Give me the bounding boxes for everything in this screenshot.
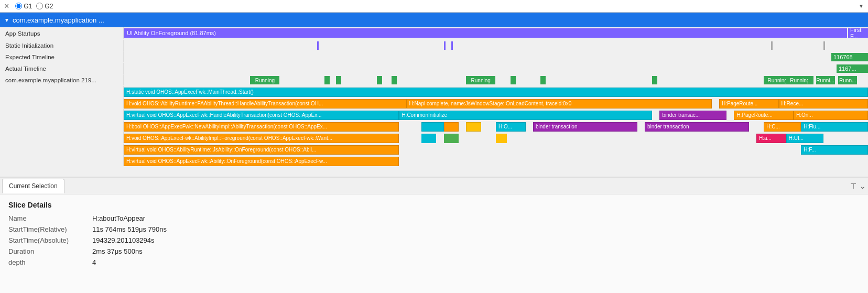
process-title: com.example.myapplication ... <box>13 16 104 24</box>
r-bar-4 <box>392 76 397 84</box>
running-bar-1[interactable]: Running <box>250 76 279 84</box>
flame-4-2[interactable]: binder transaction <box>533 122 637 132</box>
flame-4-small-3 <box>466 122 481 132</box>
flame-5-small-2 <box>444 134 459 143</box>
track-row-com-example: com.example.myapplication 219... Running… <box>0 74 868 86</box>
static-mark-1 <box>317 41 319 50</box>
bottom-panel: Current Selection ⊤ ⌄ Slice Details Name… <box>0 177 868 293</box>
thread-label-6 <box>0 144 124 155</box>
flame-3-3[interactable]: H:PageRoute... <box>734 111 794 120</box>
g1-radio-label[interactable]: G1 <box>15 3 32 10</box>
flame-2-2[interactable]: H:PageRoute... <box>719 99 779 108</box>
flame-3-4[interactable]: H:On... <box>794 111 868 120</box>
thread-label-5 <box>0 132 124 143</box>
flame-2-3[interactable]: H:Rece... <box>779 99 868 108</box>
running-bar-6[interactable]: Runn... <box>838 76 857 84</box>
field-label-duration: Duration <box>8 247 92 255</box>
thread-content-3[interactable]: H:virtual void OHOS::AppExecFwk::HandleA… <box>124 110 868 120</box>
flame-4-small-1 <box>421 122 444 132</box>
process-header[interactable]: ▼ com.example.myapplication ... <box>0 13 868 27</box>
thread-label-4 <box>0 121 124 132</box>
track-label-static-init: Static Initialization <box>0 40 124 51</box>
flame-6-0[interactable]: H:virtual void OHOS::AbilityRuntime::JsA… <box>124 145 399 155</box>
static-mark-2 <box>444 41 446 50</box>
filter-icon[interactable]: ⊤ <box>850 182 856 190</box>
slice-details-title: Slice Details <box>8 201 860 209</box>
r-bar-8 <box>808 76 813 84</box>
dropdown-arrow-icon[interactable]: ▼ <box>859 3 864 9</box>
flame-3-1[interactable]: H:CommonInitialize <box>399 111 652 120</box>
track-content-com-example[interactable]: Running Running Running Running Runni...… <box>124 74 868 85</box>
flame-4-3[interactable]: binder transaction <box>645 122 749 132</box>
r-bar-2 <box>336 76 341 84</box>
field-label-starttime-abs: StartTime(Absolute) <box>8 236 92 244</box>
app-startups-end-bar[interactable]: First F... <box>848 28 868 38</box>
expand-icon[interactable]: ⌄ <box>860 182 866 190</box>
g1-radio[interactable] <box>15 3 22 9</box>
tab-current-selection[interactable]: Current Selection <box>2 179 64 193</box>
thread-row-5: H:void OHOS::AppExecFwk::AbilityImpl::Fo… <box>0 132 868 144</box>
track-content-expected[interactable]: 116768 <box>124 51 868 62</box>
flame-4-small-2 <box>444 122 459 132</box>
flame-4-0[interactable]: H:bool OHOS::AppExecFwk::NewAbilityImpl:… <box>124 122 399 132</box>
flame-3-2[interactable]: binder transac... <box>659 111 726 120</box>
flame-5-small-3 <box>496 134 507 143</box>
flame-3-0[interactable]: H:virtual void OHOS::AppExecFwk::HandleA… <box>124 111 399 120</box>
collapse-icon[interactable]: × <box>4 2 9 11</box>
track-content-app-startups[interactable]: UI Ability OnForeground (81.87ms) First … <box>124 27 868 39</box>
thread-content-4[interactable]: H:bool OHOS::AppExecFwk::NewAbilityImpl:… <box>124 121 868 132</box>
flame-6-1[interactable]: H:F... <box>801 145 868 155</box>
flame-4-1[interactable]: H:O... <box>496 122 526 132</box>
panel-tabs: Current Selection ⊤ ⌄ <box>0 178 868 194</box>
track-row-app-startups: App Startups UI Ability OnForeground (81… <box>0 27 868 40</box>
running-bar-5[interactable]: Runni... <box>816 76 835 84</box>
static-mark-3 <box>451 41 453 50</box>
thread-label-3 <box>0 109 124 120</box>
track-label-app-startups: App Startups <box>0 27 124 39</box>
thread-content-5[interactable]: H:void OHOS::AppExecFwk::AbilityImpl::Fo… <box>124 133 868 143</box>
process-collapse-icon[interactable]: ▼ <box>4 17 9 23</box>
thread-row-7: H:virtual void OHOS::AppExecFwk::Ability… <box>0 155 868 167</box>
g2-radio[interactable] <box>36 3 43 9</box>
g2-radio-label[interactable]: G2 <box>36 3 53 10</box>
app-startups-bar[interactable]: UI Ability OnForeground (81.87ms) <box>124 28 847 38</box>
flame-5-0[interactable]: H:void OHOS::AppExecFwk::AbilityImpl::Fo… <box>124 134 399 143</box>
r-bar-3 <box>377 76 382 84</box>
thread-row-6: H:virtual void OHOS::AbilityRuntime::JsA… <box>0 144 868 155</box>
flame-5-1[interactable]: H:UI... <box>786 134 823 143</box>
timeline-header-right: ▼ <box>859 3 864 9</box>
thread-content-2[interactable]: H:void OHOS::AbilityRuntime::FAAbilityTh… <box>124 98 868 108</box>
track-row-static-init: Static Initialization <box>0 40 868 51</box>
track-row-expected: Expected Timeline 116768 <box>0 51 868 63</box>
flame-5-pink[interactable]: H:a... <box>756 134 786 143</box>
thread-content-7[interactable]: H:virtual void OHOS::AppExecFwk::Ability… <box>124 156 868 166</box>
field-value-duration: 2ms 37μs 500ns <box>92 247 860 255</box>
track-content-actual[interactable]: 1167... <box>124 63 868 74</box>
static-mark-4 <box>771 41 773 50</box>
expected-timeline-bar[interactable]: 116768 <box>831 53 868 61</box>
g2-label: G2 <box>45 3 53 10</box>
main-timeline: ▼ com.example.myapplication ... App Star… <box>0 13 868 178</box>
flame-2-0[interactable]: H:void OHOS::AbilityRuntime::FAAbilityTh… <box>124 99 407 108</box>
detail-table: Name H:aboutToAppear StartTime(Relative)… <box>8 214 860 266</box>
panel-content: Slice Details Name H:aboutToAppear Start… <box>0 194 868 273</box>
r-bar-7 <box>652 76 657 84</box>
track-row-actual: Actual Timeline 1167... <box>0 63 868 74</box>
flame-7-0[interactable]: H:virtual void OHOS::AppExecFwk::Ability… <box>124 157 399 166</box>
g1-label: G1 <box>24 3 32 10</box>
track-label-expected: Expected Timeline <box>0 51 124 62</box>
flame-4-5[interactable]: H:Flu... <box>801 122 868 132</box>
thread-content-main-start[interactable]: H:static void OHOS::AppExecFwk::MainThre… <box>124 86 868 97</box>
r-bar-6 <box>540 76 546 84</box>
flame-main-start[interactable]: H:static void OHOS::AppExecFwk::MainThre… <box>124 88 868 97</box>
flame-4-4[interactable]: H:C... <box>764 122 801 132</box>
field-value-starttime-rel: 11s 764ms 519μs 790ns <box>92 225 860 233</box>
actual-timeline-bar[interactable]: 1167... <box>837 64 868 73</box>
field-value-depth: 4 <box>92 258 860 266</box>
field-label-starttime-rel: StartTime(Relative) <box>8 225 92 233</box>
track-content-static-init[interactable] <box>124 40 868 51</box>
running-bar-2[interactable]: Running <box>466 76 495 84</box>
thread-content-6[interactable]: H:virtual void OHOS::AbilityRuntime::JsA… <box>124 144 868 155</box>
flame-2-1[interactable]: H:Napi complete, name:JsWindowStage::OnL… <box>407 99 712 108</box>
field-value-starttime-abs: 194329.201103294s <box>92 236 860 244</box>
